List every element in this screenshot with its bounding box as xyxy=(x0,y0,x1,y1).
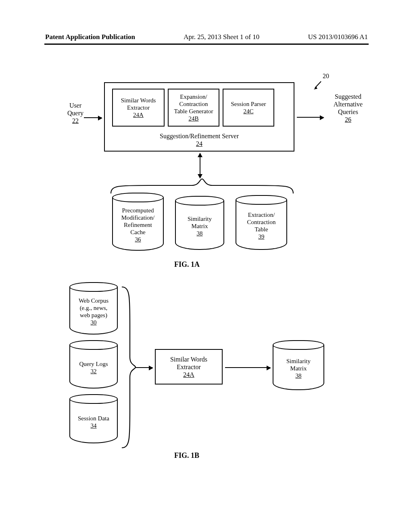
patent-number: US 2013/0103696 A1 xyxy=(308,33,368,41)
sq-ref: 26 xyxy=(326,116,370,123)
date-sheet: Apr. 25, 2013 Sheet 1 of 10 xyxy=(184,33,259,41)
swe-line2: Extractor xyxy=(127,104,150,111)
ql-line1: Query Logs xyxy=(79,360,108,368)
sim2-ref: 38 xyxy=(296,372,302,379)
figure-1b-caption: FIG. 1B xyxy=(174,451,199,460)
wc-line2: (e.g., news, xyxy=(80,304,108,312)
sim-ref: 38 xyxy=(197,230,203,237)
sp-line1: Session Parser xyxy=(231,100,266,108)
sim2-line2: Matrix xyxy=(290,365,307,372)
figure-1a-caption: FIG. 1A xyxy=(174,260,200,269)
sweb-ref: 24A xyxy=(183,371,194,378)
uq-line1: User xyxy=(61,102,90,109)
swe-line1: Similar Words xyxy=(121,97,156,104)
double-arrow-server-storage xyxy=(200,153,200,178)
sq-line1: Suggested xyxy=(326,93,370,100)
sim2-line1: Similarity xyxy=(286,357,311,365)
swe-ref: 24A xyxy=(133,111,144,118)
page: Patent Application Publication Apr. 25, … xyxy=(0,0,413,532)
ect-line1: Expansion/ xyxy=(180,93,207,100)
reference-20-leader xyxy=(314,80,323,89)
cylinder-lid xyxy=(69,340,118,350)
brace-storage xyxy=(109,177,295,194)
user-query-label: User Query 22 xyxy=(61,102,90,125)
sim-line1: Similarity xyxy=(188,215,212,222)
precomputed-cache-cylinder: Precomputed Modification/ Refinement Cac… xyxy=(112,197,164,251)
sim-line2: Matrix xyxy=(192,222,208,230)
cylinder-body: Extraction/ Contraction Table 39 xyxy=(236,204,286,247)
similar-words-extractor-box-b: Similar Words Extractor 24A xyxy=(155,349,223,384)
page-header: Patent Application Publication Apr. 25, … xyxy=(45,33,368,41)
suggested-queries-label: Suggested Alternative Queries 26 xyxy=(326,93,370,123)
ectbl-line1: Extraction/ xyxy=(248,211,275,218)
arrow-user-query-to-server xyxy=(84,117,102,118)
similarity-matrix-cylinder-b: Similarity Matrix 38 xyxy=(273,345,324,390)
sq-line3: Queries xyxy=(326,108,370,116)
wc-line3: web pages) xyxy=(80,312,107,319)
sp-ref: 24C xyxy=(243,108,253,115)
session-parser-box: Session Parser 24C xyxy=(223,89,274,127)
ectbl-line2: Contraction xyxy=(247,218,276,226)
cylinder-body: Session Data 34 xyxy=(70,403,117,441)
ect-line3: Table Generator xyxy=(174,108,213,115)
expansion-contraction-table-generator-box: Expansion/ Contraction Table Generator 2… xyxy=(168,89,219,127)
cylinder-lid xyxy=(69,394,118,404)
cylinder-body: Precomputed Modification/ Refinement Cac… xyxy=(113,202,163,248)
pmr-ref: 36 xyxy=(135,236,141,243)
sq-line2: Alternative xyxy=(326,100,370,108)
arrow-inputs-to-extractor xyxy=(136,367,152,368)
reference-20: 20 xyxy=(323,73,329,80)
query-logs-cylinder: Query Logs 32 xyxy=(69,345,118,389)
cylinder-lid xyxy=(175,196,224,206)
brace-inputs xyxy=(120,285,137,450)
ql-ref: 32 xyxy=(91,368,97,375)
pmr-line3: Refinement xyxy=(124,221,152,229)
ect-ref: 24B xyxy=(188,115,198,122)
extraction-contraction-table-cylinder: Extraction/ Contraction Table 39 xyxy=(236,200,287,250)
wc-line1: Web Corpus xyxy=(79,297,108,304)
pmr-line4: Cache xyxy=(130,229,145,236)
similar-words-extractor-box: Similar Words Extractor 24A xyxy=(112,89,165,127)
server-ref: 24 xyxy=(105,140,294,148)
pmr-line2: Modification/ xyxy=(121,214,155,221)
cylinder-lid xyxy=(69,282,118,292)
arrow-server-to-output xyxy=(297,117,323,118)
ect-line2: Contraction xyxy=(179,100,208,108)
web-corpus-cylinder: Web Corpus (e.g., news, web pages) 30 xyxy=(69,287,118,335)
sweb-line2: Extractor xyxy=(177,363,201,371)
uq-line2: Query xyxy=(61,109,90,117)
sd-line1: Session Data xyxy=(78,415,109,422)
pmr-line1: Precomputed xyxy=(122,207,154,214)
wc-ref: 30 xyxy=(91,319,97,326)
cylinder-body: Similarity Matrix 38 xyxy=(273,349,323,388)
session-data-cylinder: Session Data 34 xyxy=(69,399,118,443)
cylinder-lid xyxy=(236,195,287,205)
publication-type: Patent Application Publication xyxy=(45,33,135,41)
similarity-matrix-cylinder: Similarity Matrix 38 xyxy=(175,201,224,250)
server-caption: Suggestion/Refinement Server 24 xyxy=(105,132,294,148)
cylinder-body: Similarity Matrix 38 xyxy=(176,205,223,247)
suggestion-refinement-server-box: Similar Words Extractor 24A Expansion/ C… xyxy=(104,82,294,152)
cylinder-body: Web Corpus (e.g., news, web pages) 30 xyxy=(70,291,117,332)
cylinder-body: Query Logs 32 xyxy=(70,349,117,386)
cylinder-lid xyxy=(112,193,164,202)
ectbl-ref: 39 xyxy=(259,233,265,240)
sd-ref: 34 xyxy=(91,422,97,429)
header-rule xyxy=(44,44,369,45)
cylinder-lid xyxy=(273,340,324,350)
sweb-line1: Similar Words xyxy=(170,355,207,363)
server-line1: Suggestion/Refinement Server xyxy=(105,132,294,140)
ectbl-line3: Table xyxy=(254,226,268,233)
arrow-extractor-to-matrix xyxy=(225,367,270,368)
